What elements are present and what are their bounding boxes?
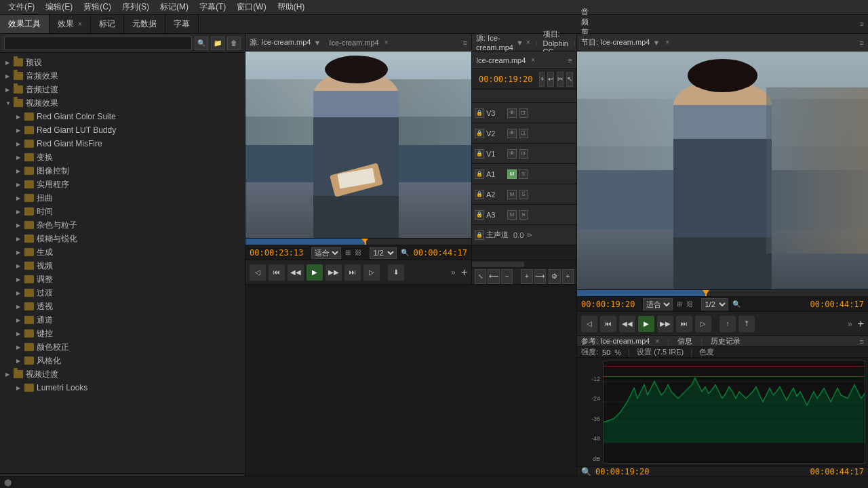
- new-bin-button[interactable]: 📁: [211, 37, 224, 50]
- program-monitor-menu[interactable]: ≡: [860, 39, 864, 47]
- workspace-menu[interactable]: ≡: [860, 20, 864, 28]
- track-lock-a1[interactable]: 🔒: [475, 169, 484, 179]
- tree-item-presets[interactable]: 预设: [0, 56, 245, 69]
- settings-label[interactable]: 设置 (7.5 IRE): [637, 347, 684, 357]
- tree-item-image-ctrl[interactable]: ▶ 图像控制: [0, 164, 245, 178]
- menu-mark[interactable]: 标记(M): [155, 1, 194, 13]
- track-sync-v3[interactable]: ⊡: [519, 108, 528, 118]
- tree-item-rg-color[interactable]: ▶ Red Giant Color Suite: [0, 110, 245, 123]
- program-fast-fwd[interactable]: ▶▶: [657, 316, 673, 332]
- timeline-tab-label[interactable]: Ice-cream.mp4: [476, 56, 526, 64]
- menu-window[interactable]: 窗口(W): [231, 1, 271, 13]
- source-tab-label[interactable]: Ice-cream.mp4: [329, 39, 378, 47]
- track-lock-a3[interactable]: 🔒: [475, 210, 484, 220]
- search-button[interactable]: 🔍: [195, 37, 208, 50]
- tree-item-video[interactable]: ▶ 视频: [0, 259, 245, 272]
- source-mark-out[interactable]: ▷: [363, 264, 380, 281]
- track-mute-a1[interactable]: M: [507, 169, 517, 179]
- program-step-back[interactable]: ⏮: [600, 316, 616, 332]
- tree-item-video-trans[interactable]: 视频过渡: [0, 367, 245, 381]
- program-mark-in[interactable]: ◁: [581, 316, 597, 332]
- master-vol-icon[interactable]: ⊳: [527, 231, 532, 239]
- program-mark-out[interactable]: ▷: [695, 316, 711, 332]
- source-rewind[interactable]: ◀◀: [288, 264, 304, 281]
- tree-item-stylize[interactable]: ▶ 风格化: [0, 354, 245, 367]
- track-lock-master[interactable]: 🔒: [475, 230, 484, 240]
- history-tab[interactable]: 历史记录: [711, 336, 741, 346]
- tl-btn-add[interactable]: +: [539, 72, 545, 87]
- program-fit-select[interactable]: 适合: [643, 298, 673, 310]
- tree-item-transition[interactable]: ▶ 过渡: [0, 286, 245, 300]
- program-step-fwd[interactable]: ⏭: [676, 316, 692, 332]
- tab-marks[interactable]: 标记: [91, 15, 124, 33]
- source-tab-close[interactable]: ×: [384, 39, 389, 46]
- program-aspect-icon[interactable]: ⊞: [677, 300, 682, 308]
- track-lock-v1[interactable]: 🔒: [475, 149, 484, 159]
- tree-item-channel[interactable]: ▶ 通道: [0, 313, 245, 327]
- source-scale-select[interactable]: 1/2: [370, 247, 397, 259]
- program-link-icon[interactable]: ⛓: [686, 300, 693, 308]
- source-step-fwd[interactable]: ⏭: [344, 264, 361, 281]
- menu-clip[interactable]: 剪辑(C): [78, 1, 117, 13]
- search-input[interactable]: [4, 37, 192, 50]
- color-label[interactable]: 色度: [699, 347, 714, 357]
- track-lock-v3[interactable]: 🔒: [475, 108, 484, 118]
- source-zoom-icon[interactable]: 🔍: [401, 249, 409, 256]
- tree-item-rg-lut[interactable]: ▶ Red Giant LUT Buddy: [0, 123, 245, 137]
- tree-item-audio-effects[interactable]: 音频效果: [0, 69, 245, 83]
- program-more-controls[interactable]: »: [848, 319, 852, 329]
- timeline-scrollbar[interactable]: [472, 260, 576, 268]
- tree-item-generate[interactable]: ▶ 生成: [0, 245, 245, 259]
- track-solo-a2[interactable]: S: [519, 190, 528, 199]
- tl-zoom-in-btn[interactable]: +: [521, 269, 532, 284]
- tl-settings-btn[interactable]: ⚙: [549, 269, 560, 284]
- track-eye-v3[interactable]: 👁: [507, 108, 517, 118]
- tl-back-btn[interactable]: ⟵: [488, 269, 499, 284]
- tab-subtitle[interactable]: 字幕: [165, 15, 199, 33]
- program-timebar[interactable]: [577, 289, 868, 296]
- program-title-arrow[interactable]: ▼: [652, 39, 660, 47]
- menu-help[interactable]: 帮助(H): [272, 1, 311, 13]
- project-tab-close2[interactable]: ×: [526, 39, 530, 46]
- menu-sequence[interactable]: 序列(S): [117, 1, 155, 13]
- timeline-timecode[interactable]: 00:00:19:20: [479, 75, 532, 84]
- source-aspect-icon[interactable]: ⊞: [345, 249, 351, 256]
- tree-item-time[interactable]: ▶ 时间: [0, 205, 245, 218]
- tree-item-adjust[interactable]: ▶ 调整: [0, 272, 245, 286]
- tab-metadata[interactable]: 元数据: [124, 15, 165, 33]
- timeline-tab-close[interactable]: ×: [531, 56, 535, 64]
- source-fit-select[interactable]: 适合: [311, 247, 341, 259]
- tl-btn-select[interactable]: ↖: [566, 72, 573, 87]
- source-mark-in[interactable]: ◁: [250, 264, 266, 281]
- tl-resize-btn[interactable]: ⤡: [475, 269, 486, 284]
- program-lift[interactable]: ↑: [719, 316, 736, 332]
- tl-btn-undo[interactable]: ↩: [547, 72, 554, 87]
- source-play[interactable]: ▶: [307, 264, 323, 281]
- tree-item-transform[interactable]: ▶ 变换: [0, 150, 245, 164]
- tree-item-blur[interactable]: ▶ 模糊与锐化: [0, 232, 245, 245]
- tree-item-keying[interactable]: ▶ 键控: [0, 327, 245, 340]
- program-play[interactable]: ▶: [638, 316, 654, 332]
- tree-item-rg-misfire[interactable]: ▶ Red Giant MisFire: [0, 137, 245, 150]
- source-monitor-menu[interactable]: ≡: [463, 39, 467, 47]
- track-sync-v1[interactable]: ⊡: [519, 149, 528, 159]
- delete-button[interactable]: 🗑: [227, 37, 241, 50]
- audio-zoom-icon[interactable]: 🔍: [581, 467, 591, 476]
- track-lock-a2[interactable]: 🔒: [475, 190, 484, 199]
- tree-item-utility[interactable]: ▶ 实用程序: [0, 178, 245, 191]
- track-sync-v2[interactable]: ⊡: [519, 129, 528, 138]
- program-close[interactable]: ×: [665, 39, 669, 46]
- track-solo-a1[interactable]: S: [519, 169, 528, 179]
- track-mute-a2[interactable]: M: [507, 190, 517, 199]
- source-step-back[interactable]: ⏮: [269, 264, 285, 281]
- menu-title[interactable]: 字幕(T): [194, 1, 231, 13]
- project-tab-dropdown[interactable]: 源: Ice-cream.mp4: [476, 33, 513, 52]
- menu-file[interactable]: 文件(F): [3, 1, 40, 13]
- track-mute-a3[interactable]: M: [507, 210, 517, 220]
- tl-btn-razor[interactable]: ✂: [557, 72, 564, 87]
- source-timebar[interactable]: [245, 238, 471, 245]
- program-extract[interactable]: ⤒: [738, 316, 755, 332]
- timeline-panel-menu[interactable]: ≡: [568, 56, 572, 64]
- tree-item-color-correction[interactable]: ▶ 颜色校正: [0, 340, 245, 354]
- tab-effects-tools[interactable]: 效果工具: [0, 15, 50, 33]
